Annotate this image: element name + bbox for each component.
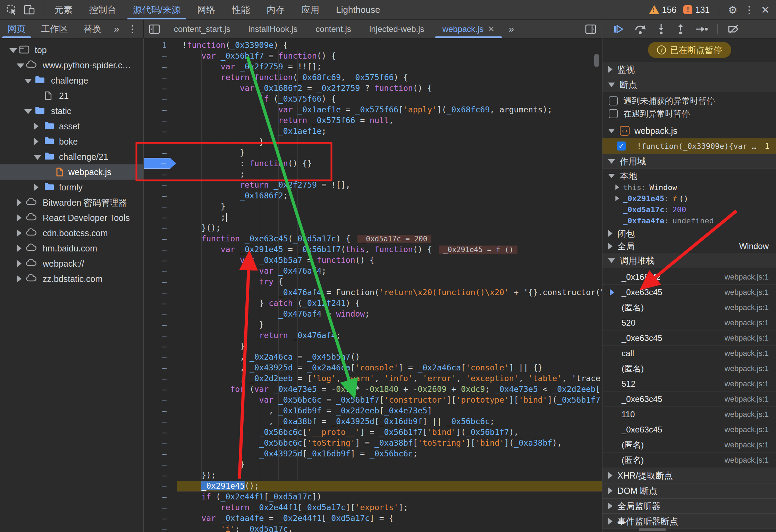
issues-badge[interactable]: ! 131 [683,5,710,15]
code-text[interactable]: _0x43925d[_0x16db9f] = _0x56bc6c; [177,448,602,459]
chevron-down-icon[interactable] [24,79,32,84]
panel-scrollbar-thumb[interactable] [639,528,666,531]
call-stack-frame-(匿名)[interactable]: (匿名)webpack.js:1 [602,437,776,453]
code-text[interactable]: if (_0x575f66) { [177,94,602,104]
tab-网络[interactable]: 网络 [189,0,223,19]
gutter-line-number[interactable]: – [144,524,177,532]
chevron-right-icon[interactable] [615,196,619,201]
code-text[interactable]: } [177,459,602,470]
checkbox[interactable] [609,96,618,105]
code-text[interactable]: _0x476af4 = window; [177,309,602,319]
chevron-down-icon[interactable] [34,155,41,160]
chevron-right-icon[interactable] [17,199,22,206]
tab-性能[interactable]: 性能 [223,0,258,19]
breakpoint-checkbox[interactable]: ✓ [617,141,626,151]
gutter-line-number[interactable]: – [144,72,177,83]
code-text[interactable]: _0x476af4 = Function('return\x20(functio… [177,287,602,298]
chevron-right-icon[interactable] [34,122,39,130]
tab-应用[interactable]: 应用 [293,0,328,19]
gutter-line-number[interactable]: – [144,427,177,438]
gutter-line-number[interactable]: – [144,190,177,201]
tab-内存[interactable]: 内存 [258,0,293,19]
gutter-line-number[interactable]: – [144,481,177,491]
tree-item-top[interactable]: top [0,42,144,58]
scope-var-this[interactable]: this: Window [602,182,776,193]
code-text[interactable]: var _0x291e45 = _0x56b1f7(this, function… [177,244,602,255]
code-text[interactable]: ; [177,169,602,180]
code-text[interactable]: } catch (_0x12f241) { [177,298,602,309]
scope-section-header[interactable]: 作用域 [602,154,776,169]
gutter-line-number[interactable]: – [144,51,177,61]
gutter-line-number[interactable]: – [144,126,177,137]
tab-Lighthouse[interactable]: Lighthouse [328,0,388,19]
code-text[interactable]: : function() {} [177,158,602,169]
gutter-line-number[interactable]: – [144,61,177,72]
pane-tab-网页[interactable]: 网页 [0,20,33,38]
pane-menu-icon[interactable]: ⋮ [124,23,141,35]
section-header-XHR/提取断点[interactable]: XHR/提取断点 [602,468,776,483]
chevron-right-icon[interactable] [615,185,619,190]
scope-var-_0xd5a17c[interactable]: _0xd5a17c: 200 [602,204,776,215]
resume-script-icon[interactable] [613,24,624,35]
breakpoints-section-header[interactable]: 断点 [602,77,776,92]
code-text[interactable]: var _0x2f2759 = !![]; [177,61,602,72]
call-stack-frame-110[interactable]: 110webpack.js:1 [602,407,776,422]
gutter-line-number[interactable]: – [144,395,177,405]
more-options-icon[interactable]: ⋮ [744,4,754,16]
gutter-line-number[interactable]: – [144,104,177,115]
tree-item-cdn.bootcss.com[interactable]: cdn.bootcss.com [0,225,144,241]
gutter-line-number[interactable]: – [144,201,177,212]
call-stack-frame-_0xe63c45[interactable]: _0xe63c45webpack.js:1 [602,331,776,346]
code-text[interactable]: , _0x43925d = _0x2a46ca['console'] = _0x… [177,362,602,373]
gutter-line-number[interactable]: – [144,233,177,244]
breakpoint-file-group[interactable]: ‹› webpack.js [602,123,776,138]
code-text[interactable]: , _0xa38bf = _0x43925d[_0x16db9f] || _0x… [177,416,602,427]
warnings-badge[interactable]: 156 [649,5,677,15]
gutter-line-number[interactable]: – [144,384,177,395]
chevron-down-icon[interactable] [9,48,17,53]
call-stack-frame-call[interactable]: callwebpack.js:1 [602,346,776,361]
gutter-line-number[interactable]: – [144,115,177,126]
close-devtools-icon[interactable]: ✕ [761,4,770,16]
code-text[interactable]: function _0xe63c45(_0xd5a17c) {_0xd5a17c… [177,233,602,244]
gutter-line-number[interactable]: – [144,266,177,276]
scope-global-group[interactable]: 全局 Window [602,240,776,253]
tree-item-hm.baidu.com[interactable]: hm.baidu.com [0,241,144,256]
code-text[interactable]: , _0x2a46ca = _0x45b5a7() [177,352,602,362]
code-text[interactable]: } [177,341,602,352]
section-header-事件监听器断点[interactable]: 事件监听器断点 [602,514,776,529]
code-text[interactable]: }); [177,470,602,481]
tree-item-webpack://[interactable]: webpack:// [0,256,144,271]
gutter-line-number[interactable]: – [144,362,177,373]
gutter-line-number[interactable]: – [144,513,177,524]
gutter-line-number[interactable]: – [144,255,177,266]
section-header-全局监听器[interactable]: 全局监听器 [602,498,776,514]
gutter-line-number[interactable]: – [144,169,177,180]
tree-item-zz.bdstatic.com[interactable]: zz.bdstatic.com [0,271,144,286]
gutter-line-number[interactable]: – [144,341,177,352]
editor-scrollbar-thumb[interactable] [594,54,599,67]
tree-item-React Developer Tools[interactable]: React Developer Tools [0,210,144,225]
call-stack-section-header[interactable]: 调用堆栈 [602,253,776,268]
code-text[interactable]: _0x1686f2; [177,190,602,201]
code-text[interactable]: }(); [177,223,602,233]
editor-tab-content.js[interactable]: content.js [306,20,360,38]
inspect-icon[interactable] [6,4,17,15]
editor-tab-installHook.js[interactable]: installHook.js [239,20,306,38]
step-into-icon[interactable] [656,24,666,35]
code-text[interactable]: var _0x45b5a7 = function() { [177,255,602,266]
step-out-icon[interactable] [676,24,685,35]
code-text[interactable]: if (_0x2e44f1[_0xd5a17c]) [177,491,602,502]
gutter-line-number[interactable]: – [144,147,177,158]
code-text[interactable]: } [177,201,602,212]
pause-on-uncaught-exceptions-row[interactable]: 遇到未捕获的异常时暂停 [602,94,776,107]
tree-item-boke[interactable]: boke [0,134,144,149]
code-text[interactable]: !function(_0x33909e) { [177,40,602,51]
scope-var-_0x291e45[interactable]: _0x291e45: f() [602,193,776,204]
gutter-line-number[interactable]: – [144,330,177,341]
tree-item-webpack.js[interactable]: webpack.js [0,164,144,180]
tab-元素[interactable]: 元素 [46,0,81,19]
editor-tab-content_start.js[interactable]: content_start.js [165,20,239,38]
code-text[interactable]: } [177,319,602,330]
call-stack-frame-(匿名)[interactable]: (匿名)webpack.js:1 [602,453,776,468]
